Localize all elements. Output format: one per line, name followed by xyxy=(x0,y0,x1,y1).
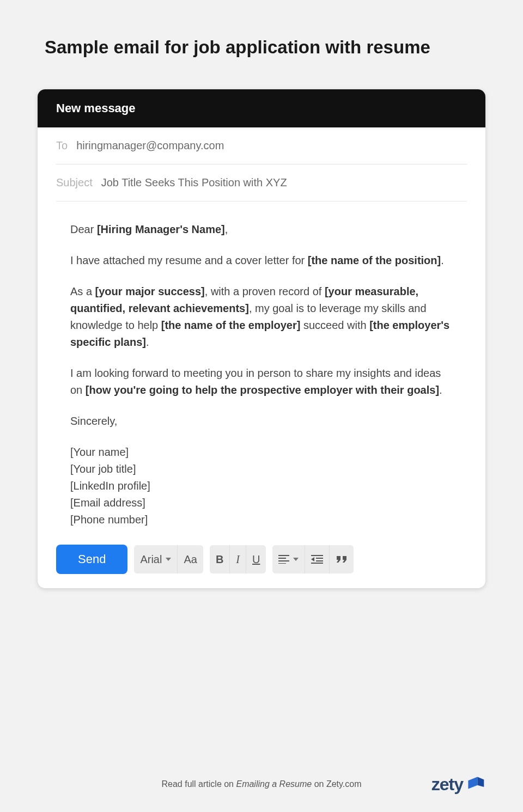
footer: Read full article on Emailing a Resume o… xyxy=(0,779,523,789)
to-field-row: To hiringmanager@company.com xyxy=(56,127,467,164)
svg-rect-1 xyxy=(278,558,286,559)
svg-rect-3 xyxy=(278,563,286,564)
compose-toolbar: Send Arial Aa B I U xyxy=(56,535,467,574)
svg-rect-0 xyxy=(278,555,289,556)
svg-marker-9 xyxy=(468,777,477,789)
subject-field-row: Subject Job Title Seeks This Position wi… xyxy=(56,164,467,202)
greeting-line: Dear [Hiring Manager's Name], xyxy=(70,221,453,238)
svg-rect-7 xyxy=(311,563,323,564)
paragraph-3: I am looking forward to meeting you in p… xyxy=(70,365,453,399)
window-title: New message xyxy=(38,89,485,127)
svg-rect-4 xyxy=(311,555,323,556)
align-button[interactable] xyxy=(272,545,305,573)
signature-email: [Email address] xyxy=(70,494,453,511)
svg-rect-5 xyxy=(316,558,323,559)
underline-button[interactable]: U xyxy=(246,545,266,573)
signature-phone: [Phone number] xyxy=(70,511,453,528)
svg-marker-10 xyxy=(477,777,484,787)
signature-title: [Your job title] xyxy=(70,461,453,478)
compose-window: New message To hiringmanager@company.com… xyxy=(38,89,485,588)
indent-button[interactable] xyxy=(305,545,330,573)
signoff: Sincerely, xyxy=(70,413,453,430)
chevron-down-icon xyxy=(293,558,299,561)
svg-rect-2 xyxy=(278,560,289,561)
paragraph-1: I have attached my resume and a cover le… xyxy=(70,252,453,269)
message-body[interactable]: Dear [Hiring Manager's Name], I have att… xyxy=(56,202,467,535)
svg-rect-6 xyxy=(316,560,323,561)
quote-button[interactable] xyxy=(330,545,354,573)
indent-icon xyxy=(311,555,323,564)
font-family-label: Arial xyxy=(140,553,162,566)
zety-logo: zety xyxy=(431,774,485,795)
style-group: B I U xyxy=(210,545,266,573)
zety-logo-icon xyxy=(466,775,485,793)
paragraph-2: As a [your major success], with a proven… xyxy=(70,283,453,351)
bold-button[interactable]: B xyxy=(210,545,230,573)
send-button[interactable]: Send xyxy=(56,545,127,574)
font-group: Arial Aa xyxy=(134,545,203,573)
subject-label: Subject xyxy=(56,176,93,189)
font-family-select[interactable]: Arial xyxy=(134,545,178,573)
chevron-down-icon xyxy=(166,558,171,561)
to-label: To xyxy=(56,139,68,152)
to-input[interactable]: hiringmanager@company.com xyxy=(76,139,224,152)
quote-icon xyxy=(336,555,348,564)
subject-input[interactable]: Job Title Seeks This Position with XYZ xyxy=(101,176,287,189)
signature-name: [Your name] xyxy=(70,444,453,461)
logo-text: zety xyxy=(431,774,463,795)
italic-button[interactable]: I xyxy=(230,545,246,573)
paragraph-group xyxy=(272,545,354,573)
page-title: Sample email for job application with re… xyxy=(0,0,523,58)
signature-linkedin: [LinkedIn profile] xyxy=(70,478,453,494)
align-left-icon xyxy=(278,555,289,564)
font-size-button[interactable]: Aa xyxy=(178,545,203,573)
footer-text: Read full article on Emailing a Resume o… xyxy=(162,779,362,789)
svg-marker-8 xyxy=(311,557,314,561)
